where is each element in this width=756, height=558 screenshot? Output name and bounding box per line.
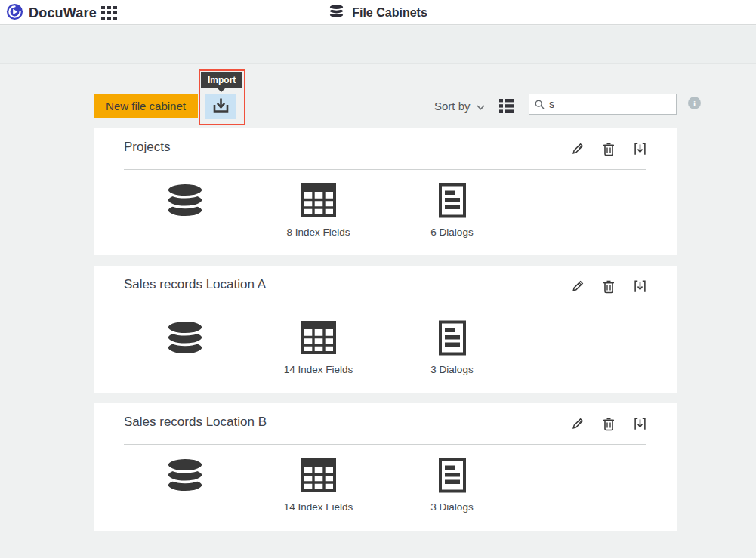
index-fields-table-icon: [301, 318, 336, 357]
docuware-file-cabinets-page: DocuWare File Cabinets: [0, 0, 756, 558]
sub-header-band: [0, 26, 756, 64]
delete-trash-icon[interactable]: [602, 416, 616, 431]
file-cabinets-title-icon: [329, 4, 344, 21]
card-header: Sales records Location B: [94, 403, 677, 444]
index-fields-table-icon: [301, 455, 336, 495]
card-actions: [571, 416, 646, 431]
edit-pencil-icon[interactable]: [571, 279, 585, 294]
delete-trash-icon[interactable]: [602, 141, 616, 156]
card-actions: [571, 141, 646, 156]
index-fields-stat: 14 Index Fields: [251, 455, 385, 513]
card-header: Projects: [94, 128, 677, 169]
dialogs-icon: [439, 455, 466, 495]
dialogs-icon: [439, 318, 466, 357]
export-icon[interactable]: [633, 279, 646, 294]
import-button[interactable]: [205, 94, 236, 119]
card-body: 14 Index Fields 3 Dialogs: [94, 445, 677, 513]
database-icon: [165, 318, 205, 357]
dialogs-stat: 6 Dialogs: [385, 180, 519, 238]
page-title-text: File Cabinets: [352, 6, 427, 20]
index-fields-label: 14 Index Fields: [284, 501, 353, 513]
dialogs-label: 3 Dialogs: [430, 364, 473, 375]
import-tooltip: Import: [201, 72, 242, 88]
cabinet-title: Sales records Location B: [124, 415, 267, 430]
database-stat: [118, 318, 251, 375]
dialogs-stat: 3 Dialogs: [385, 318, 519, 375]
database-stat: [118, 180, 251, 238]
dialogs-label: 3 Dialogs: [430, 501, 473, 513]
search-box: [529, 94, 677, 115]
dialogs-label: 6 Dialogs: [430, 227, 473, 238]
file-cabinet-card-sales-b: Sales records Location B: [94, 403, 677, 531]
top-bar: DocuWare File Cabinets: [0, 0, 756, 25]
index-fields-table-icon: [301, 180, 336, 220]
dialogs-icon: [439, 180, 466, 220]
file-cabinet-card-sales-a: Sales records Location A: [94, 266, 677, 393]
import-button-group: Import: [205, 94, 236, 119]
page-title: File Cabinets: [0, 0, 756, 25]
sort-by-label: Sort by: [434, 100, 471, 113]
dialogs-stat: 3 Dialogs: [385, 455, 519, 513]
cabinet-title: Sales records Location A: [124, 277, 266, 292]
search-icon: [535, 99, 545, 113]
export-icon[interactable]: [633, 141, 646, 156]
card-body: 8 Index Fields 6 Dialogs: [94, 170, 677, 238]
chevron-down-icon: [477, 100, 485, 113]
file-cabinet-card-projects: Projects: [94, 128, 677, 255]
index-fields-stat: 8 Index Fields: [251, 180, 385, 238]
index-fields-label: 14 Index Fields: [284, 364, 353, 375]
search-input[interactable]: [529, 94, 677, 115]
database-stat: [118, 455, 251, 513]
database-icon: [165, 180, 205, 220]
info-icon[interactable]: i: [688, 97, 701, 109]
card-body: 14 Index Fields 3 Dialogs: [94, 307, 677, 375]
delete-trash-icon[interactable]: [602, 279, 616, 294]
list-view-toggle-icon[interactable]: [499, 99, 514, 113]
edit-pencil-icon[interactable]: [571, 141, 585, 156]
edit-pencil-icon[interactable]: [571, 416, 585, 431]
index-fields-stat: 14 Index Fields: [251, 318, 385, 375]
card-header: Sales records Location A: [94, 266, 677, 307]
import-icon: [212, 97, 230, 116]
index-fields-label: 8 Index Fields: [286, 227, 350, 238]
database-icon: [165, 455, 205, 495]
sort-by-dropdown[interactable]: Sort by: [434, 100, 485, 113]
card-actions: [571, 279, 646, 294]
new-file-cabinet-button[interactable]: New file cabinet: [94, 94, 198, 118]
cabinet-title: Projects: [124, 140, 170, 155]
export-icon[interactable]: [633, 416, 646, 431]
